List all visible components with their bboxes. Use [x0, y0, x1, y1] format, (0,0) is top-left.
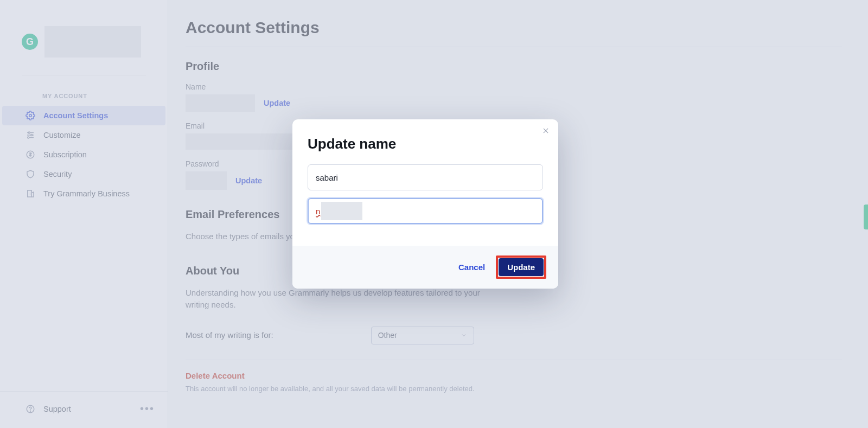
name-label: Name	[186, 82, 842, 91]
update-button[interactable]: Update	[499, 258, 544, 276]
shield-icon	[25, 169, 36, 180]
divider	[22, 75, 146, 75]
sidebar-item-label: Try Grammarly Business	[43, 189, 130, 198]
sidebar-item-label: Security	[43, 170, 72, 178]
writing-for-label: Most of my writing is for:	[186, 329, 273, 342]
about-you-desc: Understanding how you use Grammarly help…	[186, 287, 489, 311]
sidebar-nav: Account Settings Customize Subscription …	[0, 106, 168, 203]
support-label: Support	[43, 405, 71, 413]
first-name-input[interactable]: sabari	[308, 164, 543, 190]
sidebar-item-business[interactable]: Try Grammarly Business	[0, 184, 168, 203]
profile-heading: Profile	[186, 60, 842, 73]
last-name-input[interactable]: n	[308, 198, 543, 224]
modal-footer: Cancel Update	[292, 246, 558, 289]
last-name-prefix: n	[316, 207, 320, 216]
close-icon[interactable]	[542, 127, 550, 135]
sidebar-item-customize[interactable]: Customize	[0, 125, 168, 145]
svg-point-10	[30, 411, 31, 411]
sidebar-item-label: Account Settings	[43, 111, 108, 120]
update-password-link[interactable]: Update	[235, 176, 262, 185]
brand-row: G	[0, 0, 168, 71]
divider	[186, 360, 842, 360]
dollar-circle-icon	[25, 149, 36, 160]
svg-rect-8	[28, 190, 32, 197]
more-menu-icon[interactable]: •••	[140, 403, 155, 415]
sliders-icon	[25, 130, 36, 140]
brand-name-redacted	[44, 26, 141, 58]
delete-account-heading[interactable]: Delete Account	[186, 371, 842, 380]
update-button-highlight: Update	[496, 255, 546, 279]
svg-point-6	[28, 137, 29, 138]
name-value-redacted	[186, 94, 255, 112]
sidebar-item-label: Subscription	[43, 150, 87, 159]
support-link[interactable]: Support	[25, 404, 71, 414]
chevron-down-icon	[461, 332, 467, 338]
sidebar-item-subscription[interactable]: Subscription	[0, 145, 168, 164]
last-name-redacted	[321, 202, 362, 220]
sidebar-item-security[interactable]: Security	[0, 164, 168, 184]
password-value-redacted	[186, 171, 227, 190]
building-icon	[25, 188, 36, 199]
help-circle-icon	[25, 404, 36, 414]
first-name-value: sabari	[316, 173, 338, 182]
sidebar-section-label: MY ACCOUNT	[0, 88, 168, 106]
svg-point-0	[29, 114, 32, 117]
email-value-redacted	[186, 133, 299, 150]
sidebar-item-account-settings[interactable]: Account Settings	[2, 106, 165, 125]
writing-for-value: Other	[378, 331, 397, 340]
sidebar: G MY ACCOUNT Account Settings Customize	[0, 0, 168, 428]
sidebar-footer: Support •••	[0, 391, 168, 428]
delete-account-desc: This account will no longer be available…	[186, 385, 842, 393]
update-name-modal: Update name sabari n Cancel Update	[292, 119, 558, 289]
writing-for-select[interactable]: Other	[371, 327, 474, 344]
page-title: Account Settings	[186, 18, 842, 47]
gear-icon	[25, 110, 36, 121]
brand-logo: G	[22, 34, 38, 50]
sidebar-item-label: Customize	[43, 131, 81, 139]
feedback-tab[interactable]	[864, 205, 868, 229]
svg-point-5	[31, 135, 33, 136]
cancel-button[interactable]: Cancel	[455, 258, 488, 276]
update-name-link[interactable]: Update	[264, 99, 290, 107]
modal-title: Update name	[308, 136, 543, 152]
svg-point-4	[28, 132, 30, 133]
